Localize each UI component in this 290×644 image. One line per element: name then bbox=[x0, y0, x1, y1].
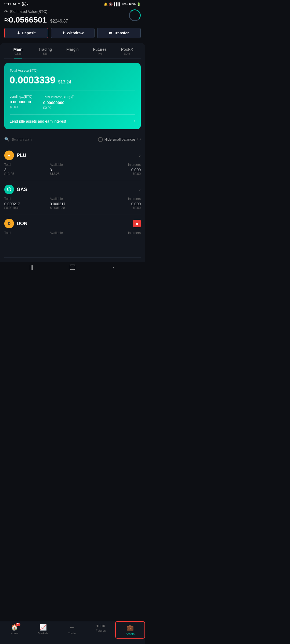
gas-chevron-icon[interactable]: › bbox=[139, 187, 141, 192]
chevron-right-icon: › bbox=[134, 118, 135, 124]
plu-icon: ● bbox=[4, 151, 14, 160]
coin-header-plu: ● PLU › bbox=[4, 151, 141, 160]
coin-header-gas: ⬡ GAS › bbox=[4, 185, 141, 194]
portfolio-icon[interactable] bbox=[129, 9, 141, 21]
action-buttons: ⬇ Deposit ⬆ Withdraw ⇄ Transfer bbox=[0, 28, 145, 43]
transfer-button[interactable]: ⇄ Transfer bbox=[97, 28, 141, 38]
system-bar: ||| ‹ bbox=[0, 262, 145, 273]
tab-trading[interactable]: Trading 5% bbox=[32, 47, 59, 58]
network-type: 4G+ bbox=[122, 2, 128, 6]
total-assets-label: Total Assets(BTC) bbox=[10, 68, 135, 72]
help-icon[interactable]: ⓘ bbox=[137, 137, 141, 142]
dot-icon: • bbox=[27, 2, 28, 6]
status-bar: 5:17 M ⊙ 🖼 • 🔔 🔇 ▌▌▌ 4G+ 67% 🔋 bbox=[0, 0, 145, 7]
back-btn[interactable]: ‹ bbox=[110, 263, 118, 271]
header-left: 👁 Estimated Value(BTC) ≈0.0566501 $2246.… bbox=[4, 9, 68, 24]
signal-icon: ▌▌▌ bbox=[114, 2, 121, 6]
withdraw-icon: ⬆ bbox=[62, 31, 65, 35]
asset-card: Total Assets(BTC) 0.0003339 $13.24 Lendi… bbox=[4, 63, 141, 129]
recent-apps-icon: ||| bbox=[30, 265, 33, 270]
transfer-icon: ⇄ bbox=[109, 31, 112, 35]
search-filter: 🔍 Search coin Hide small balances ⓘ bbox=[4, 134, 141, 146]
don-total-col: Total bbox=[4, 231, 50, 236]
coin-item-plu: ● PLU › Total 3 $13.25 Available 3 $13.2… bbox=[4, 146, 141, 180]
eye-icon[interactable]: 👁 bbox=[4, 9, 8, 14]
lending-row: Lending...(BTC) 0.00000000 $0.00 Total I… bbox=[10, 90, 135, 110]
tab-futures[interactable]: Futures 4% bbox=[86, 47, 114, 58]
toggle-circle[interactable] bbox=[98, 137, 103, 142]
total-btc-row: 0.0003339 $13.24 bbox=[10, 75, 135, 86]
lending-btc: 0.00000000 bbox=[10, 100, 31, 104]
tab-poolx[interactable]: Pool-X 89% bbox=[113, 47, 141, 58]
header: 👁 Estimated Value(BTC) ≈0.0566501 $2246.… bbox=[0, 7, 145, 28]
gas-details: Total 0.000217 $0.001838 Available 0.000… bbox=[4, 197, 141, 210]
alarm-icon: 🔔 bbox=[104, 2, 108, 6]
btc-value: ≈0.0566501 bbox=[4, 15, 47, 24]
battery: 67% bbox=[129, 2, 136, 6]
gas-name: GAS bbox=[17, 187, 27, 192]
estimated-label: 👁 Estimated Value(BTC) bbox=[4, 9, 68, 14]
tabs-section: Main 0.5% Trading 5% Margin - - Futures … bbox=[0, 43, 145, 59]
lending-label: Lending...(BTC) bbox=[10, 95, 32, 98]
coin-name-row-gas: ⬡ GAS bbox=[4, 185, 27, 194]
back-icon: ‹ bbox=[113, 265, 114, 270]
mute-icon: 🔇 bbox=[109, 2, 113, 6]
tabs: Main 0.5% Trading 5% Margin - - Futures … bbox=[4, 47, 141, 59]
coin-name-row-plu: ● PLU bbox=[4, 151, 26, 160]
search-placeholder: Search coin bbox=[12, 137, 32, 142]
gmail-icon: M bbox=[13, 2, 16, 6]
coin-item-gas: ⬡ GAS › Total 0.000217 $0.001838 Availab… bbox=[4, 180, 141, 214]
instagram-icon: ⊙ bbox=[17, 2, 20, 6]
plu-chevron-icon[interactable]: › bbox=[139, 153, 141, 158]
home-btn[interactable] bbox=[68, 263, 77, 271]
interest-label: Total Interest(BTC) ⓘ bbox=[43, 95, 75, 99]
plu-details: Total 3 $13.25 Available 3 $13.25 In ord… bbox=[4, 163, 141, 176]
deposit-icon: ⬇ bbox=[17, 31, 20, 35]
gallery-icon: 🖼 bbox=[22, 2, 26, 6]
time: 5:17 bbox=[4, 2, 11, 6]
plu-total-col: Total 3 $13.25 bbox=[4, 163, 50, 176]
plu-orders-col: In orders 0.000 $0.00 bbox=[95, 163, 141, 176]
lending-usd: $0.00 bbox=[10, 105, 18, 109]
hide-small-balances[interactable]: Hide small balances ⓘ bbox=[98, 137, 141, 142]
home-sys-icon bbox=[70, 265, 75, 270]
total-usd-value: $13.24 bbox=[58, 80, 71, 85]
deposit-button[interactable]: ⬇ Deposit bbox=[4, 28, 48, 38]
coin-name-row-don: D DON bbox=[4, 219, 27, 228]
coin-header-don: D DON ■ bbox=[4, 219, 141, 228]
main-content: Total Assets(BTC) 0.0003339 $13.24 Lendi… bbox=[0, 59, 145, 262]
don-orders-col: In orders bbox=[95, 231, 141, 236]
lend-banner[interactable]: Lend idle assets and earn interest › bbox=[10, 114, 135, 124]
usd-value: $2246.87 bbox=[50, 19, 68, 23]
interest-usd: $0.00 bbox=[43, 106, 51, 110]
plu-available-col: Available 3 $13.25 bbox=[50, 163, 95, 176]
search-icon: 🔍 bbox=[4, 137, 10, 142]
don-icon: D bbox=[4, 219, 14, 228]
coin-item-don: D DON ■ Total Available In orders bbox=[4, 214, 141, 258]
status-right: 🔔 🔇 ▌▌▌ 4G+ 67% 🔋 bbox=[104, 2, 141, 6]
interest-col: Total Interest(BTC) ⓘ 0.00000000 $0.00 bbox=[43, 95, 75, 110]
withdraw-button[interactable]: ⬆ Withdraw bbox=[51, 28, 95, 38]
battery-icon: 🔋 bbox=[137, 2, 141, 6]
tab-main[interactable]: Main 0.5% bbox=[4, 47, 32, 58]
lending-col: Lending...(BTC) 0.00000000 $0.00 bbox=[10, 95, 32, 110]
gas-icon: ⬡ bbox=[4, 185, 14, 194]
interest-btc: 0.00000000 bbox=[43, 100, 64, 105]
plu-name: PLU bbox=[17, 153, 26, 158]
gas-total-col: Total 0.000217 $0.001838 bbox=[4, 197, 50, 210]
tab-margin[interactable]: Margin - - bbox=[59, 47, 86, 58]
search-box[interactable]: 🔍 Search coin bbox=[4, 137, 32, 142]
don-available-col: Available bbox=[50, 231, 95, 236]
status-left: 5:17 M ⊙ 🖼 • bbox=[4, 2, 28, 6]
info-icon[interactable]: ⓘ bbox=[71, 95, 74, 99]
don-badge: ■ bbox=[133, 220, 141, 227]
don-name: DON bbox=[17, 221, 27, 226]
gas-orders-col: In orders 0.000 $0.00 bbox=[95, 197, 141, 210]
gas-available-col: Available 0.000217 $0.001838 bbox=[50, 197, 95, 210]
total-btc-value: 0.0003339 bbox=[10, 75, 55, 86]
recent-apps-btn[interactable]: ||| bbox=[27, 263, 35, 271]
don-details: Total Available In orders bbox=[4, 231, 141, 236]
btc-value-row: ≈0.0566501 $2246.87 bbox=[4, 15, 68, 24]
